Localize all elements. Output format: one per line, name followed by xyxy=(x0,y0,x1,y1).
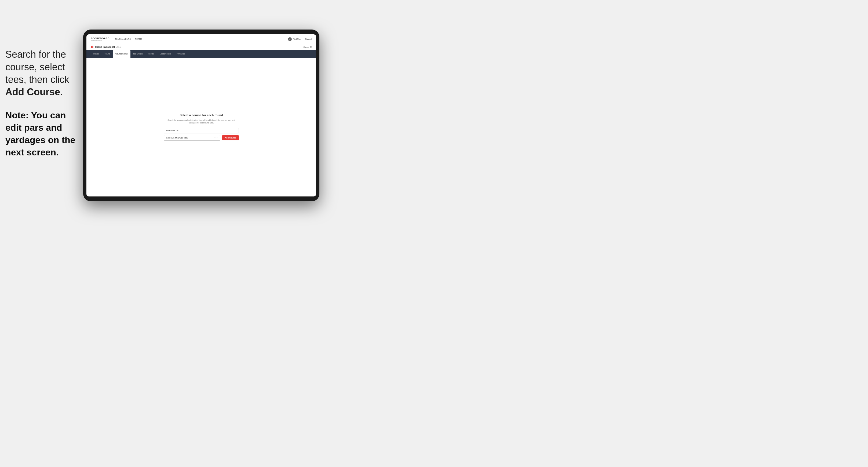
tournament-header: C Clippd Invitational (Men) Cancel ✕ xyxy=(86,44,316,50)
tournament-gender: (Men) xyxy=(117,46,121,48)
tab-printables[interactable]: Printables xyxy=(174,50,188,58)
cancel-x-icon: ✕ xyxy=(310,46,312,48)
tab-results[interactable]: Results xyxy=(146,50,157,58)
logo-area: SCOREBOARD Powered by clippd xyxy=(91,37,110,41)
annotation-note-text: Note: You can edit pars and yardages on … xyxy=(5,109,81,159)
tee-clear-icon[interactable]: ✕ xyxy=(214,136,216,139)
tablet-screen: SCOREBOARD Powered by clippd TOURNAMENTS… xyxy=(86,34,316,196)
tab-details[interactable]: Details xyxy=(91,50,102,58)
tee-select-controls: ✕ ⌃ xyxy=(214,136,218,139)
tab-course-setup[interactable]: Course Setup xyxy=(113,50,130,58)
tee-select[interactable]: Gold (M) (M) (7010 yds) ✕ ⌃ xyxy=(164,135,220,141)
annotation-area: Search for the course, select tees, then… xyxy=(5,48,81,159)
course-search-input[interactable] xyxy=(164,128,239,133)
add-course-button[interactable]: Add Course xyxy=(222,135,239,141)
logo-sub: Powered by clippd xyxy=(91,40,110,41)
tab-tee-groups[interactable]: Tee Groups xyxy=(130,50,146,58)
user-name: Test User xyxy=(293,38,302,40)
nav-links: TOURNAMENTS TEAMS xyxy=(115,37,288,41)
annotation-main-text: Search for the course, select tees, then… xyxy=(5,48,81,98)
sign-out-link[interactable]: Sign out xyxy=(305,38,312,40)
logo-text: SCOREBOARD xyxy=(91,37,110,40)
top-nav: SCOREBOARD Powered by clippd TOURNAMENTS… xyxy=(86,34,316,44)
nav-teams[interactable]: TEAMS xyxy=(135,37,142,41)
tab-teams[interactable]: Teams xyxy=(102,50,113,58)
tee-select-value: Gold (M) (M) (7010 yds) xyxy=(166,136,188,139)
nav-separator: | xyxy=(303,38,303,40)
user-avatar: U xyxy=(288,37,292,41)
nav-tournaments[interactable]: TOURNAMENTS xyxy=(115,37,131,41)
nav-user: U Test User | Sign out xyxy=(288,37,312,41)
tee-chevron-icon[interactable]: ⌃ xyxy=(216,136,218,139)
section-description: Search for a course and select a tee. Yo… xyxy=(164,119,239,124)
main-content: Select a course for each round Search fo… xyxy=(86,58,316,196)
tournament-icon: C xyxy=(91,45,93,48)
sub-nav: Details Teams Course Setup Tee Groups Re… xyxy=(86,50,316,58)
tablet-frame: SCOREBOARD Powered by clippd TOURNAMENTS… xyxy=(83,30,319,201)
cancel-button[interactable]: Cancel ✕ xyxy=(303,46,312,48)
tab-leaderboards[interactable]: Leaderboards xyxy=(157,50,174,58)
section-title: Select a course for each round xyxy=(164,114,239,117)
course-section: Select a course for each round Search fo… xyxy=(164,114,239,141)
tournament-title: C Clippd Invitational (Men) xyxy=(91,45,121,48)
tournament-name: Clippd Invitational xyxy=(95,45,115,48)
tee-select-row: Gold (M) (M) (7010 yds) ✕ ⌃ Add Course xyxy=(164,135,239,141)
